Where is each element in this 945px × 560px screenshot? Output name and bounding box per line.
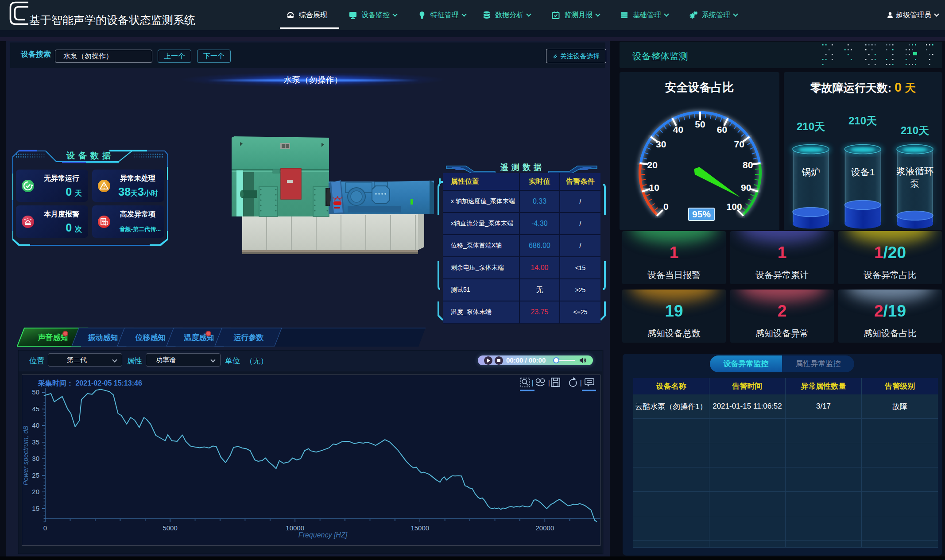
svg-text:Frequency [HZ]: Frequency [HZ] [298,531,348,539]
svg-text:50: 50 [695,119,705,129]
svg-text:10: 10 [649,182,659,193]
svg-text:20: 20 [32,488,39,495]
svg-text:35: 35 [32,438,39,446]
svg-text:15000: 15000 [411,524,429,532]
svg-text:60: 60 [717,124,727,135]
svg-text:10000: 10000 [286,524,304,532]
svg-text:15: 15 [32,505,39,512]
svg-text:|: | [580,379,582,386]
svg-text:|: | [548,379,550,386]
svg-text:80: 80 [743,160,753,170]
svg-text:40: 40 [673,124,683,135]
svg-text:0: 0 [663,201,669,212]
svg-text:Power spectrum, dB: Power spectrum, dB [22,425,29,485]
svg-text:20000: 20000 [536,524,554,532]
svg-text:90: 90 [741,182,751,193]
svg-text:50: 50 [32,388,39,396]
svg-text:100: 100 [727,201,742,212]
svg-text:|: | [532,379,534,386]
svg-text:30: 30 [32,455,39,462]
svg-text:70: 70 [734,139,744,149]
svg-text:45: 45 [32,405,39,413]
svg-text:5000: 5000 [163,524,177,532]
svg-text:25: 25 [32,471,39,479]
svg-text:30: 30 [656,139,666,149]
svg-text:40: 40 [32,421,39,429]
svg-text:0: 0 [43,524,47,532]
svg-text:20: 20 [647,160,658,170]
svg-text:采集时间： 2021-02-05 15:13:46: 采集时间： 2021-02-05 15:13:46 [38,379,142,387]
